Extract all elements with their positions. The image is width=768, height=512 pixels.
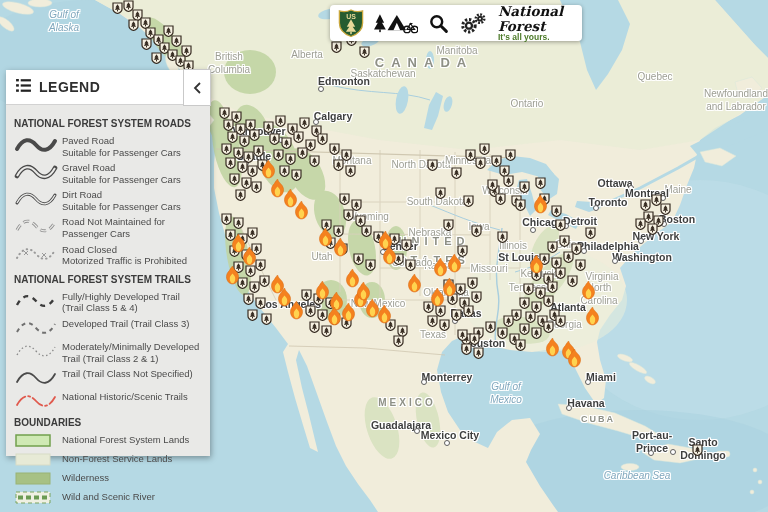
forest-shield-marker-icon[interactable] [473, 345, 484, 363]
forest-shield-marker-icon[interactable] [112, 0, 123, 18]
forest-shield-marker-icon[interactable] [343, 207, 354, 225]
forest-shield-marker-icon[interactable] [495, 191, 506, 209]
forest-shield-marker-icon[interactable] [443, 217, 454, 235]
forest-shield-marker-icon[interactable] [331, 39, 342, 57]
fire-marker-icon[interactable] [326, 307, 343, 330]
forest-shield-marker-icon[interactable] [485, 319, 496, 337]
legend-collapse-button[interactable] [183, 69, 211, 106]
forest-shield-marker-icon[interactable] [465, 147, 476, 165]
fire-marker-icon[interactable] [566, 349, 583, 372]
forest-shield-marker-icon[interactable] [427, 313, 438, 331]
forest-shield-marker-icon[interactable] [463, 303, 474, 321]
forest-shield-marker-icon[interactable] [515, 337, 526, 355]
forest-shield-marker-icon[interactable] [505, 147, 516, 165]
forest-shield-marker-icon[interactable] [151, 50, 162, 68]
legend-item-paved: Paved Road Suitable for Passenger Cars [14, 134, 202, 158]
closed-swatch-icon [14, 243, 62, 263]
forest-shield-marker-icon[interactable] [519, 179, 530, 197]
forest-service-map-app: CANADAUNITED STATESMEXICOCUBABritish Col… [0, 0, 768, 512]
recreation-activities-icon[interactable] [374, 12, 418, 35]
forest-shield-marker-icon[interactable] [531, 325, 542, 343]
forest-shield-marker-icon[interactable] [567, 273, 578, 291]
forest-shield-marker-icon[interactable] [128, 17, 139, 35]
settings-gears-icon[interactable] [459, 12, 486, 35]
legend-item-trail54: Fully/Highly Developed Trail (Trail Clas… [14, 290, 202, 314]
search-icon[interactable] [428, 13, 449, 34]
forest-shield-marker-icon[interactable] [435, 185, 446, 203]
fire-marker-icon[interactable] [241, 247, 258, 270]
fire-marker-icon[interactable] [376, 305, 393, 328]
fire-marker-icon[interactable] [544, 338, 561, 361]
chevron-left-icon [191, 80, 203, 96]
legend-item-label: Trail (Trail Class Not Specified) [62, 367, 193, 380]
legend-section-title-boundaries: BOUNDARIES [14, 417, 202, 428]
fire-marker-icon[interactable] [441, 278, 458, 301]
forest-shield-marker-icon[interactable] [461, 341, 472, 359]
forest-shield-marker-icon[interactable] [503, 173, 514, 191]
brand-block: National Forest It's all yours. [498, 4, 574, 41]
forest-shield-marker-icon[interactable] [317, 131, 328, 149]
forest-shield-marker-icon[interactable] [359, 44, 370, 62]
fire-marker-icon[interactable] [293, 201, 310, 224]
forest-shield-marker-icon[interactable] [309, 319, 320, 337]
legend-item-dirt: Dirt Road Suitable for Passenger Cars [14, 188, 202, 212]
forest-shield-marker-icon[interactable] [451, 307, 462, 325]
forest-shield-marker-icon[interactable] [427, 157, 438, 175]
gravel-swatch-icon [14, 161, 62, 181]
forest-shield-marker-icon[interactable] [297, 145, 308, 163]
forest-shield-marker-icon[interactable] [451, 165, 462, 183]
fire-marker-icon[interactable] [406, 274, 423, 297]
forest-shield-marker-icon[interactable] [503, 313, 514, 331]
fire-marker-icon[interactable] [532, 195, 549, 218]
forest-shield-marker-icon[interactable] [463, 193, 474, 211]
legend-item-river: Wild and Scenic River [14, 490, 202, 506]
fire-marker-icon[interactable] [580, 281, 597, 304]
forest-shield-marker-icon[interactable] [405, 257, 416, 275]
forest-shield-marker-icon[interactable] [361, 223, 372, 241]
forest-shield-marker-icon[interactable] [181, 43, 192, 61]
forest-shield-marker-icon[interactable] [515, 197, 526, 215]
forest-shield-marker-icon[interactable] [543, 319, 554, 337]
fire-marker-icon[interactable] [288, 301, 305, 324]
forest-shield-marker-icon[interactable] [585, 225, 596, 243]
paved-swatch-icon [14, 134, 62, 154]
forest-shield-marker-icon[interactable] [345, 163, 356, 181]
historic-swatch-icon [14, 390, 62, 410]
forest-shield-marker-icon[interactable] [647, 221, 658, 239]
legend-header: LEGEND [6, 70, 210, 105]
legend-item-nonfs: Non-Forest Service Lands [14, 452, 202, 468]
fire-marker-icon[interactable] [381, 246, 398, 269]
forest-shield-marker-icon[interactable] [291, 167, 302, 185]
fire-marker-icon[interactable] [224, 266, 241, 289]
fire-marker-icon[interactable] [584, 307, 601, 330]
legend-item-gravel: Gravel Road Suitable for Passenger Cars [14, 161, 202, 185]
forest-shield-marker-icon[interactable] [247, 307, 258, 325]
forest-shield-marker-icon[interactable] [439, 317, 450, 335]
forest-shield-marker-icon[interactable] [393, 333, 404, 351]
legend-item-nfs: National Forest System Lands [14, 433, 202, 449]
wild-swatch-icon [14, 471, 62, 487]
forest-shield-marker-icon[interactable] [497, 229, 508, 247]
forest-shield-marker-icon[interactable] [365, 257, 376, 275]
fire-marker-icon[interactable] [355, 282, 372, 305]
legend-section-title-trails: NATIONAL FOREST SYSTEM TRAILS [14, 274, 202, 285]
forest-shield-marker-icon[interactable] [235, 187, 246, 205]
forest-shield-marker-icon[interactable] [275, 113, 286, 131]
legend-item-closed: Road Closed Motorized Traffic is Prohibi… [14, 243, 202, 267]
legend-title: LEGEND [39, 79, 100, 95]
forest-shield-marker-icon[interactable] [353, 251, 364, 269]
forest-shield-marker-icon[interactable] [692, 442, 703, 460]
forest-shield-marker-icon[interactable] [471, 223, 482, 241]
fire-marker-icon[interactable] [528, 255, 545, 278]
forest-shield-marker-icon[interactable] [309, 153, 320, 171]
forest-shield-marker-icon[interactable] [635, 216, 646, 234]
forest-shield-marker-icon[interactable] [333, 157, 344, 175]
usfs-shield-logo[interactable]: US [338, 9, 364, 38]
fire-marker-icon[interactable] [332, 238, 349, 261]
nfs-swatch-icon [14, 433, 62, 449]
forest-shield-marker-icon[interactable] [479, 141, 490, 159]
forest-shield-marker-icon[interactable] [491, 153, 502, 171]
forest-shield-marker-icon[interactable] [555, 313, 566, 331]
forest-shield-marker-icon[interactable] [261, 311, 272, 329]
fire-marker-icon[interactable] [446, 254, 463, 277]
